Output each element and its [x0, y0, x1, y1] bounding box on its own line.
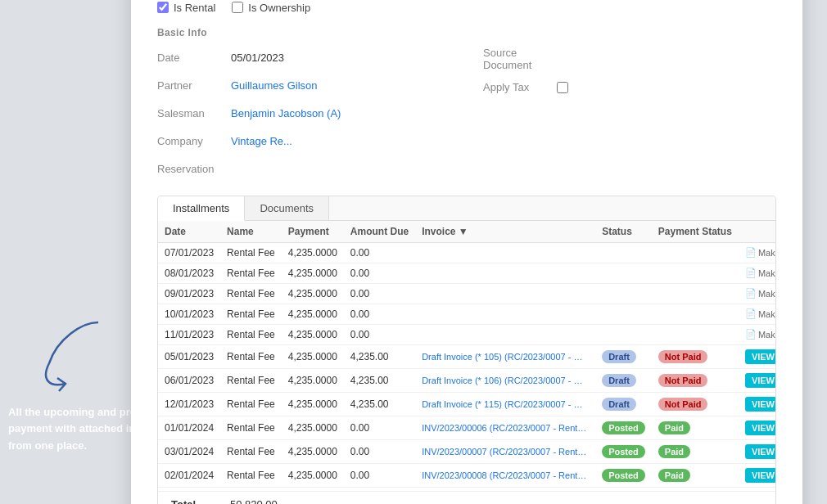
totals-row: Total 50,820.00 Paid 16,940.00 Balance 1…: [158, 491, 775, 505]
tab-documents[interactable]: Documents: [245, 196, 329, 220]
make-invoice-button[interactable]: Make Invoice: [745, 308, 775, 319]
cell-date: 01/01/2024: [158, 416, 220, 439]
fields-left: Date 05/01/2023 Partner Guillaumes Gilso…: [157, 47, 450, 186]
col-amount-due: Amount Due: [344, 221, 415, 243]
table-row: 01/01/2024 Rental Fee 4,235.0000 0.00 IN…: [158, 416, 775, 439]
cell-pay-status: [652, 263, 739, 283]
table-row: 12/01/2023 Rental Fee 4,235.0000 4,235.0…: [158, 392, 775, 416]
installments-table: Date Name Payment Amount Due Invoice ▼ S…: [158, 221, 775, 491]
cell-amount-due: 4,235.00: [344, 392, 415, 416]
cell-action: VIEW INVOICE: [739, 392, 775, 416]
cell-payment: 4,235.0000: [282, 242, 344, 263]
cell-name: Rental Fee: [220, 463, 282, 487]
company-value[interactable]: Vintage Re...: [231, 135, 292, 147]
cell-amount-due: 0.00: [344, 324, 415, 344]
cell-payment: 4,235.0000: [282, 283, 344, 304]
table-row: 02/01/2024 Rental Fee 4,235.0000 0.00 IN…: [158, 463, 775, 487]
make-invoice-button[interactable]: Make Invoice: [745, 268, 775, 278]
cell-date: 07/01/2023: [158, 242, 220, 263]
make-invoice-button[interactable]: Make Invoice: [745, 288, 775, 299]
make-invoice-button[interactable]: Make Invoice: [745, 247, 775, 258]
table-row: 03/01/2024 Rental Fee 4,235.0000 0.00 IN…: [158, 439, 775, 463]
apply-tax-row: Apply Tax: [483, 76, 776, 99]
col-name: Name: [220, 221, 282, 243]
table-row: 07/01/2023 Rental Fee 4,235.0000 0.00 Ma…: [158, 242, 775, 263]
view-invoice-button[interactable]: VIEW INVOICE: [745, 349, 775, 364]
cell-pay-status: Paid: [652, 463, 739, 487]
basic-info-label: Basic Info: [157, 27, 776, 38]
col-payment-status: Payment Status: [652, 221, 739, 243]
payment-status-badge: Paid: [658, 421, 690, 434]
tab-installments[interactable]: Installments: [158, 196, 245, 221]
cell-pay-status: Not Paid: [652, 344, 739, 368]
cell-status: Posted: [595, 439, 652, 463]
date-field-row: Date 05/01/2023: [157, 47, 450, 70]
table-wrap: Date Name Payment Amount Due Invoice ▼ S…: [158, 221, 775, 491]
cell-amount-due: 0.00: [344, 416, 415, 439]
is-rental-input[interactable]: [157, 2, 169, 13]
is-rental-label: Is Rental: [174, 2, 215, 14]
cell-date: 03/01/2024: [158, 439, 220, 463]
cell-status: [595, 324, 652, 344]
view-invoice-button[interactable]: VIEW INVOICE: [745, 373, 775, 388]
is-ownership-input[interactable]: [232, 2, 243, 13]
cell-action: VIEW INVOICE: [739, 416, 775, 439]
status-badge: Draft: [602, 374, 636, 387]
cell-name: Rental Fee: [220, 416, 282, 439]
curl-decoration: [33, 314, 131, 396]
apply-tax-checkbox[interactable]: [557, 82, 568, 93]
cell-action: Make Invoice: [739, 242, 775, 263]
total-value: 50,820.00: [230, 498, 278, 505]
cell-amount-due: 0.00: [344, 304, 415, 324]
view-invoice-button[interactable]: VIEW INVOICE: [745, 421, 775, 435]
is-ownership-checkbox[interactable]: Is Ownership: [232, 2, 310, 14]
cell-pay-status: [652, 304, 739, 324]
salesman-value[interactable]: Benjamin Jacobson (A): [231, 107, 341, 119]
status-badge: Posted: [602, 469, 645, 482]
is-ownership-label: Is Ownership: [248, 2, 310, 14]
cell-invoice: INV/2023/00008 (RC/2023/0007 - Rental Fe…: [415, 463, 595, 487]
cell-name: Rental Fee: [220, 368, 282, 392]
cell-action: VIEW INVOICE: [739, 463, 775, 487]
view-invoice-button[interactable]: VIEW INVOICE: [745, 468, 775, 483]
cell-invoice: Draft Invoice (* 115) (RC/2023/0007 - Re…: [415, 392, 595, 416]
cell-status: Posted: [595, 416, 652, 439]
cell-payment: 4,235.0000: [282, 416, 344, 439]
cell-pay-status: [652, 324, 739, 344]
is-rental-checkbox[interactable]: Is Rental: [157, 2, 215, 14]
col-action: [739, 221, 775, 243]
cell-payment: 4,235.0000: [282, 368, 344, 392]
cell-payment: 4,235.0000: [282, 463, 344, 487]
cell-name: Rental Fee: [220, 263, 282, 283]
date-label: Date: [157, 52, 231, 64]
cell-amount-due: 0.00: [344, 439, 415, 463]
cell-payment: 4,235.0000: [282, 324, 344, 344]
cell-date: 05/01/2023: [158, 344, 220, 368]
cell-date: 09/01/2023: [158, 283, 220, 304]
cell-amount-due: 0.00: [344, 263, 415, 283]
cell-payment: 4,235.0000: [282, 439, 344, 463]
cell-status: Draft: [595, 392, 652, 416]
view-invoice-button[interactable]: VIEW INVOICE: [745, 444, 775, 459]
cell-name: Rental Fee: [220, 304, 282, 324]
payment-status-badge: Paid: [658, 445, 690, 458]
make-invoice-button[interactable]: Make Invoice: [745, 329, 775, 340]
cell-invoice: INV/2023/00006 (RC/2023/0007 - Rental Fe…: [415, 416, 595, 439]
table-row: 09/01/2023 Rental Fee 4,235.0000 0.00 Ma…: [158, 283, 775, 304]
cell-action: Make Invoice: [739, 263, 775, 283]
status-badge: Draft: [602, 350, 636, 363]
cell-status: Draft: [595, 344, 652, 368]
partner-value[interactable]: Guillaumes Gilson: [231, 79, 318, 92]
cell-status: [595, 242, 652, 263]
col-payment: Payment: [282, 221, 344, 243]
cell-invoice: Draft Invoice (* 105) (RC/2023/0007 - Re…: [415, 344, 595, 368]
cell-pay-status: Not Paid: [652, 368, 739, 392]
cell-status: [595, 283, 652, 304]
salesman-label: Salesman: [157, 107, 231, 119]
view-invoice-button[interactable]: VIEW INVOICE: [745, 397, 775, 412]
table-row: 10/01/2023 Rental Fee 4,235.0000 0.00 Ma…: [158, 304, 775, 324]
cell-amount-due: 0.00: [344, 242, 415, 263]
cell-date: 06/01/2023: [158, 368, 220, 392]
partner-field-row: Partner Guillaumes Gilson: [157, 74, 450, 97]
source-doc-label: Source Document: [483, 47, 557, 71]
